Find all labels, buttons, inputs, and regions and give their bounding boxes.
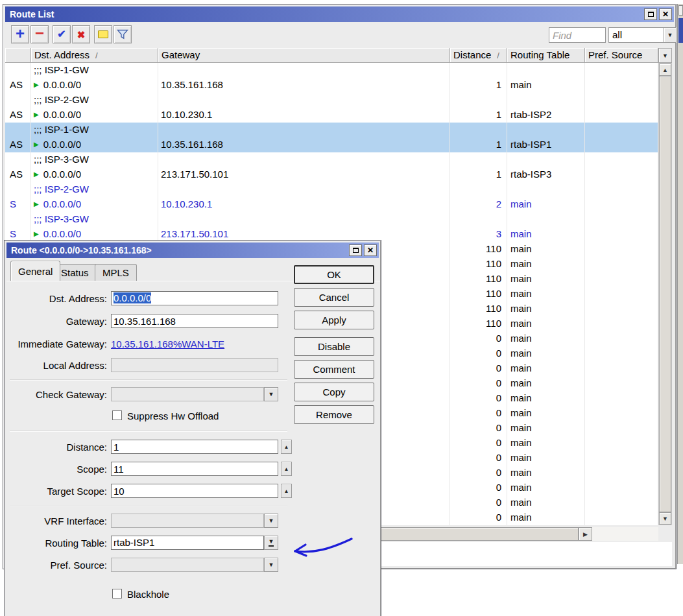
find-input[interactable] <box>549 27 606 43</box>
pref-source-dropdown-button[interactable]: ▼ <box>264 558 278 572</box>
check-gateway-dropdown-button[interactable]: ▼ <box>264 387 278 401</box>
scope-input[interactable] <box>111 462 278 476</box>
close-button[interactable]: ✕ <box>659 8 672 20</box>
immediate-gateway-link[interactable]: 10.35.161.168%WAN-LTE <box>111 338 224 349</box>
cell-routing-table: main <box>507 480 585 495</box>
route-row[interactable]: AS▶0.0.0.0/010.35.161.1681main <box>5 78 658 93</box>
comment-row[interactable]: ;;; ISP-3-GW <box>5 152 658 167</box>
vrf-interface-dropdown-button[interactable]: ▼ <box>264 514 278 528</box>
cell-pref-source <box>585 451 658 466</box>
route-row[interactable]: S▶0.0.0.0/010.10.230.12main <box>5 197 658 212</box>
route-dialog-titlebar[interactable]: Route <0.0.0.0/0->10.35.161.168> ✕ <box>6 243 379 258</box>
scroll-down-icon: ▼ <box>662 515 668 522</box>
column-header[interactable]: Pref. Source <box>585 48 658 63</box>
distance-spin-up-button[interactable]: ▲ <box>281 440 292 454</box>
scrollbar-corner <box>658 527 672 541</box>
cell-distance: 0 <box>450 436 507 451</box>
comment-row[interactable]: ;;; ISP-1-GW <box>5 123 658 137</box>
cell-distance: 110 <box>450 242 507 257</box>
close-button[interactable]: ✕ <box>364 244 377 256</box>
cell-pref-source <box>585 227 658 242</box>
distance-input[interactable] <box>111 440 278 454</box>
target-scope-input[interactable] <box>111 484 278 498</box>
column-chooser-button[interactable]: ▼ <box>658 48 672 63</box>
vertical-scrollbar[interactable]: ▲ ▼ <box>658 63 672 525</box>
comment-row[interactable]: ;;; ISP-1-GW <box>5 63 658 78</box>
maximize-button[interactable] <box>644 8 657 20</box>
maximize-button[interactable] <box>349 244 362 256</box>
column-header[interactable]: Dst. Address/ <box>31 48 158 63</box>
scroll-down-button[interactable]: ▼ <box>659 512 671 525</box>
field-gateway: Gateway: <box>5 314 290 328</box>
route-dialog-title: Route <0.0.0.0/0->10.35.161.168> <box>11 245 347 255</box>
cell-pref-source <box>585 123 658 137</box>
dst-address-label: Dst. Address: <box>7 293 107 304</box>
filter-button[interactable] <box>114 25 132 43</box>
route-row[interactable]: AS▶0.0.0.0/0213.171.50.1011rtab-ISP3 <box>5 167 658 182</box>
tab-general[interactable]: General <box>10 261 60 281</box>
column-header[interactable]: Gateway <box>158 48 450 63</box>
field-scope: Scope: ▲ <box>5 462 290 476</box>
routing-table-input[interactable]: rtab-ISP1 <box>111 536 264 550</box>
comment-row[interactable]: ;;; ISP-3-GW <box>5 212 658 227</box>
disable-button[interactable]: Disable <box>294 337 374 356</box>
vertical-scroll-thumb[interactable] <box>659 76 671 512</box>
comment-button[interactable]: Comment <box>294 360 374 379</box>
cell-routing-table: main <box>507 466 585 480</box>
route-row[interactable]: AS▶0.0.0.0/010.10.230.11rtab-ISP2 <box>5 108 658 123</box>
remove-button[interactable]: Remove <box>294 405 374 424</box>
cancel-button[interactable]: Cancel <box>294 288 374 307</box>
cell-routing-table: rtab-ISP3 <box>507 167 585 182</box>
cell-pref-source <box>585 466 658 480</box>
comment-row[interactable]: ;;; ISP-2-GW <box>5 182 658 197</box>
cell-routing-table: main <box>507 227 585 242</box>
cell-pref-source <box>585 316 658 331</box>
routing-table-dropdown-button[interactable]: ▼ <box>264 536 278 550</box>
cell-routing-table: main <box>507 391 585 406</box>
cell-dst-address: ;;; ISP-3-GW <box>31 152 158 167</box>
cell-routing-table <box>507 182 585 197</box>
separator <box>10 379 287 381</box>
column-header[interactable]: Distance/ <box>450 48 507 63</box>
ok-button[interactable]: OK <box>294 265 374 284</box>
cell-distance: 2 <box>450 197 507 212</box>
apply-button[interactable]: Apply <box>294 311 374 329</box>
cell-routing-table: main <box>507 78 585 93</box>
plus-icon: + <box>16 26 25 41</box>
comment-route-button[interactable] <box>94 25 112 43</box>
column-header[interactable]: Routing Table <box>507 48 585 63</box>
scope-spin-up-button[interactable]: ▲ <box>281 462 292 476</box>
cell-dst-address: ▶0.0.0.0/0 <box>31 137 158 152</box>
column-header-flags[interactable] <box>5 48 31 63</box>
cell-routing-table <box>507 123 585 137</box>
dst-address-input[interactable]: 0.0.0.0/0 <box>111 291 278 305</box>
cell-routing-table: main <box>507 346 585 361</box>
cell-gateway <box>158 123 450 137</box>
scroll-up-button[interactable]: ▲ <box>659 64 671 76</box>
target-scope-spin-up-button[interactable]: ▲ <box>281 484 292 498</box>
cell-pref-source <box>585 331 658 346</box>
chevron-down-icon[interactable]: ▼ <box>664 28 676 42</box>
scope-label: Scope: <box>7 464 107 475</box>
cell-gateway: 213.171.50.101 <box>158 167 450 182</box>
comment-row[interactable]: ;;; ISP-2-GW <box>5 93 658 108</box>
cell-routing-table: main <box>507 272 585 287</box>
copy-button[interactable]: Copy <box>294 383 374 401</box>
disable-route-button[interactable]: ✖ <box>72 25 90 43</box>
cell-pref-source <box>585 287 658 302</box>
enable-route-button[interactable]: ✔ <box>53 25 71 43</box>
add-route-button[interactable]: + <box>11 25 29 43</box>
remove-route-button[interactable]: − <box>30 25 49 43</box>
cell-distance <box>450 182 507 197</box>
suppress-hw-offload-checkbox[interactable] <box>112 410 122 420</box>
scroll-right-button[interactable]: ▶ <box>579 527 592 541</box>
chevron-down-icon: ▼ <box>269 562 274 568</box>
blackhole-checkbox[interactable] <box>112 589 122 598</box>
tab-mpls[interactable]: MPLS <box>95 264 137 281</box>
scroll-right-icon: ▶ <box>583 531 588 538</box>
chevron-down-icon: ▼ <box>269 517 274 524</box>
route-list-titlebar[interactable]: Route List ✕ <box>5 6 674 22</box>
route-row[interactable]: AS▶0.0.0.0/010.35.161.1681rtab-ISP1 <box>5 137 658 152</box>
filter-scope-select[interactable]: all ▼ <box>608 27 677 43</box>
gateway-input[interactable] <box>111 314 278 328</box>
